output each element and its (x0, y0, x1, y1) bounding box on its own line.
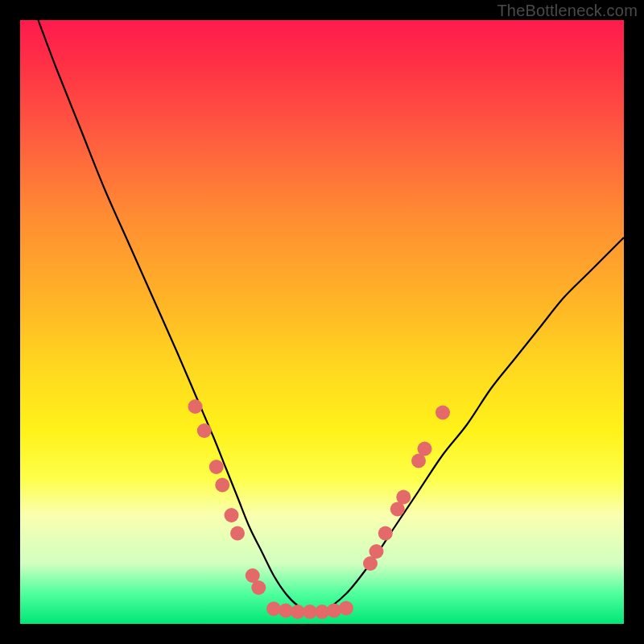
valley-cluster-marker (339, 601, 353, 616)
left-cluster-marker (197, 423, 212, 438)
right-cluster-marker (378, 526, 393, 541)
left-cluster-marker (251, 580, 266, 595)
right-cluster-marker (418, 442, 432, 456)
left-cluster-marker (225, 508, 239, 522)
chart-frame (20, 20, 624, 624)
left-cluster-marker (230, 526, 245, 541)
bottleneck-chart (20, 20, 624, 624)
right-cluster-marker (436, 406, 450, 420)
left-cluster-marker (188, 399, 203, 414)
right-cluster-marker (369, 544, 384, 559)
left-cluster-marker (215, 478, 229, 493)
bottleneck-curve (39, 20, 625, 613)
left-cluster-marker (209, 460, 224, 474)
valley-cluster-marker (327, 604, 341, 618)
right-cluster-marker (396, 490, 411, 505)
watermark-text: TheBottleneck.com (497, 2, 638, 20)
